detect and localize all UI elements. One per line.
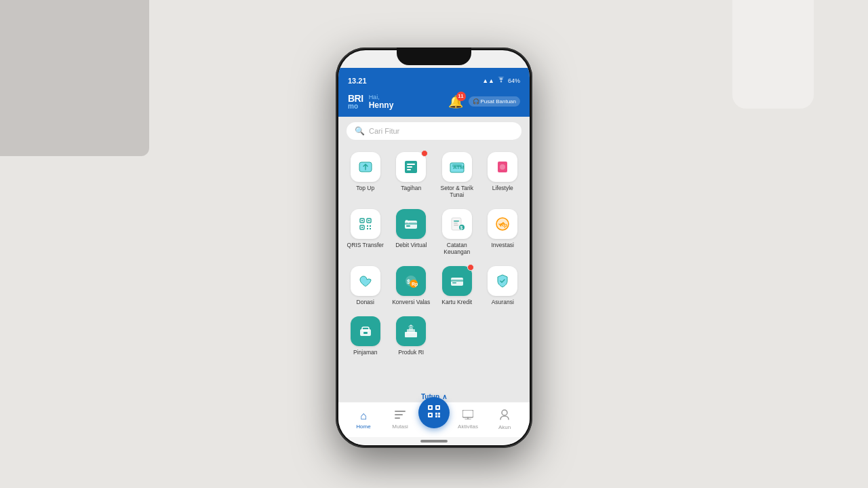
svg-rect-26: [454, 225, 458, 226]
catatan-label: Catatan Keuangan: [437, 242, 477, 255]
feature-qris[interactable]: QRIS Transfer: [344, 205, 387, 259]
svg-rect-55: [438, 413, 440, 415]
svg-rect-17: [367, 228, 368, 229]
svg-rect-38: [452, 282, 456, 284]
status-time: 13.21: [348, 77, 367, 85]
qr-center-icon: [427, 404, 441, 422]
features-area: Top Up: [338, 145, 530, 390]
pinjaman-label: Pinjaman: [353, 349, 377, 356]
header-right: 🔔 11 🎧 Pusat Bantuan: [448, 94, 520, 109]
svg-text:Rp: Rp: [406, 219, 410, 223]
lifestyle-icon-wrap: [488, 152, 517, 182]
setor-icon-wrap: ATM: [442, 152, 472, 182]
feature-catatan[interactable]: $ Catatan Keuangan: [435, 205, 479, 259]
feature-donasi[interactable]: Donasi: [344, 262, 387, 309]
logo-mo: mo: [348, 103, 363, 110]
svg-rect-3: [407, 166, 412, 168]
top-up-icon-wrap: [351, 152, 380, 182]
svg-rect-45: [395, 411, 406, 412]
mug-decoration: [732, 0, 814, 109]
notification-button[interactable]: 🔔 11: [448, 94, 463, 109]
bottom-nav: ⌂ Home Mutasi: [338, 402, 530, 437]
qris-label: QRIS Transfer: [347, 242, 384, 248]
greeting-hi: Hai,: [369, 94, 394, 100]
header-left: BRI mo Hai, Henny: [348, 94, 393, 110]
help-button[interactable]: 🎧 Pusat Bantuan: [469, 96, 520, 107]
feature-konversi[interactable]: $ Rp Konversi Valas: [390, 262, 433, 309]
produkri-icon-wrap: [396, 316, 426, 346]
phone-screen: 13.21 ▲▲ 64%: [338, 50, 530, 445]
debit-icon-wrap: Rp: [396, 209, 426, 239]
svg-rect-18: [370, 228, 371, 229]
feature-investasi[interactable]: Rp Investasi: [481, 205, 525, 259]
akun-nav-icon: [500, 409, 509, 423]
search-area: 🔍 Cari Fitur: [338, 117, 530, 145]
investasi-icon-wrap: Rp: [488, 209, 517, 239]
svg-rect-15: [367, 225, 368, 227]
svg-rect-58: [462, 410, 473, 417]
status-icons: ▲▲ 64%: [482, 77, 520, 85]
feature-top-up[interactable]: Top Up: [344, 148, 387, 202]
nav-aktivitas[interactable]: Aktivitas: [450, 410, 486, 430]
nav-akun[interactable]: Akun: [486, 409, 523, 430]
aktivitas-nav-icon: [462, 410, 473, 422]
svg-rect-52: [437, 407, 439, 409]
feature-asuransi[interactable]: Asuransi: [481, 262, 525, 309]
donasi-label: Donasi: [357, 299, 374, 305]
kartukredit-red-dot: [467, 264, 474, 271]
svg-rect-37: [451, 280, 463, 282]
svg-rect-41: [363, 332, 368, 334]
svg-rect-12: [361, 220, 363, 221]
svg-rect-7: [452, 164, 462, 167]
asuransi-label: Asuransi: [492, 299, 514, 305]
svg-rect-24: [454, 221, 459, 222]
feature-setor-tarik[interactable]: ATM Setor & Tarik Tunai: [435, 148, 479, 202]
konversi-label: Konversi Valas: [392, 299, 430, 305]
phone-notch: [397, 48, 471, 65]
phone-device: 13.21 ▲▲ 64%: [336, 48, 532, 448]
mutasi-nav-label: Mutasi: [392, 424, 408, 430]
search-bar[interactable]: 🔍 Cari Fitur: [347, 122, 521, 140]
svg-rect-54: [435, 413, 437, 415]
svg-rect-16: [370, 225, 371, 227]
svg-rect-47: [395, 417, 400, 419]
svg-point-8: [500, 164, 505, 170]
nav-qr-center-button[interactable]: [418, 397, 450, 428]
help-icon: 🎧: [473, 98, 479, 105]
svg-point-59: [502, 410, 507, 415]
aktivitas-nav-label: Aktivitas: [458, 424, 478, 430]
signal-icon: ▲▲: [482, 77, 494, 84]
svg-rect-51: [429, 407, 431, 409]
produkri-label: Produk RI: [398, 349, 424, 356]
kartukredit-label: Kartu Kredit: [441, 299, 472, 305]
battery-text: 64%: [508, 77, 520, 84]
akun-nav-label: Akun: [498, 424, 511, 430]
kartukredit-icon-wrap: [442, 266, 472, 296]
investasi-label: Investasi: [491, 242, 514, 248]
pinjaman-icon-wrap: [351, 316, 380, 346]
greeting-name: Henny: [369, 100, 394, 110]
wifi-icon: [497, 77, 505, 85]
top-up-label: Top Up: [356, 185, 374, 191]
svg-rect-46: [395, 414, 403, 415]
svg-rect-57: [438, 415, 440, 417]
feature-tagihan[interactable]: Tagihan: [390, 148, 433, 202]
svg-rect-44: [409, 327, 413, 331]
catatan-icon-wrap: $: [442, 209, 472, 239]
feature-pinjaman[interactable]: Pinjaman: [344, 312, 387, 360]
feature-kartu-kredit[interactable]: Kartu Kredit: [435, 262, 479, 309]
svg-rect-2: [407, 164, 415, 165]
feature-debit-virtual[interactable]: Rp Debit Virtual: [390, 205, 433, 259]
feature-lifestyle[interactable]: Lifestyle: [481, 148, 525, 202]
feature-produk-ri[interactable]: Produk RI: [390, 312, 433, 360]
svg-rect-4: [407, 169, 411, 170]
nav-home[interactable]: ⌂ Home: [345, 410, 382, 430]
help-label: Pusat Bantuan: [481, 98, 516, 105]
qris-icon-wrap: [351, 209, 380, 239]
features-grid: Top Up: [344, 148, 524, 360]
home-bar: [420, 440, 448, 443]
nav-mutasi[interactable]: Mutasi: [382, 410, 418, 430]
notification-badge: 11: [456, 92, 466, 101]
svg-rect-53: [429, 414, 431, 416]
setor-label: Setor & Tarik Tunai: [437, 185, 477, 198]
